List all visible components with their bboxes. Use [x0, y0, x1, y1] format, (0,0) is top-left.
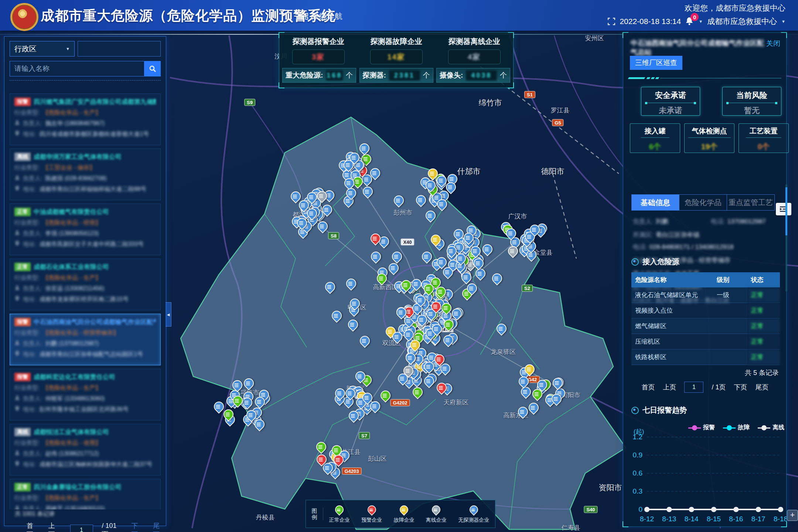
- hazard-record-count: 共 5 条记录: [745, 368, 779, 377]
- enterprise-map-pin-blue[interactable]: [480, 242, 494, 256]
- enterprise-map-pin-blue[interactable]: [519, 385, 533, 399]
- last-page-button[interactable]: 尾页: [153, 521, 166, 532]
- person-icon: [14, 120, 20, 125]
- totals-row: 重大危险源:168个探测器:2381个摄像头:4038个: [279, 64, 513, 83]
- 3d-plant-patrol-button[interactable]: 三维厂区巡查: [630, 56, 682, 70]
- svg-text:8-12: 8-12: [640, 515, 654, 523]
- enterprise-map-pin-blue[interactable]: [344, 277, 358, 291]
- enterprise-map-pin-blue[interactable]: [424, 208, 438, 222]
- enterprise-card[interactable]: 离线成都恒洁工业气体有限公司 行业类型:【危险化学品 - 使用】 负责人:赵伟 …: [10, 424, 161, 475]
- svg-text:0.3: 0.3: [633, 487, 642, 495]
- enterprise-map-pin-green[interactable]: [379, 388, 393, 402]
- trend-line-chart: 00.30.60.91.28-128-138-148-158-168-178-1…: [625, 421, 787, 528]
- enterprise-map-pin-blue[interactable]: [473, 266, 487, 280]
- page-number-input[interactable]: [684, 382, 703, 393]
- table-row[interactable]: 液化石油气储罐区单元一级正常: [631, 287, 780, 303]
- enterprise-map-pin-blue[interactable]: [357, 141, 371, 155]
- enterprise-map-pin-blue[interactable]: [387, 261, 401, 275]
- next-page-button[interactable]: 下页: [132, 521, 144, 532]
- col-status: 状态: [747, 272, 780, 287]
- chevron-down-icon[interactable]: ▼: [699, 19, 703, 24]
- org-name[interactable]: 成都市应急救援中心: [707, 16, 777, 27]
- notification-bell[interactable]: 0: [685, 17, 694, 26]
- page-number-input[interactable]: [70, 525, 93, 532]
- enterprise-map-pin-blue[interactable]: [346, 317, 360, 331]
- total-stat: 探测器:2381个: [359, 68, 433, 83]
- prev-page-button[interactable]: 上页: [663, 383, 676, 392]
- asset-stat-box: 气体检测点19个: [684, 123, 734, 153]
- enterprise-map-pin-blue[interactable]: [392, 194, 406, 208]
- tab-危险化学品[interactable]: 危险化学品: [679, 195, 727, 210]
- location-icon: [14, 461, 20, 466]
- enterprise-map-pin-blue[interactable]: [490, 271, 504, 285]
- next-page-button[interactable]: 下页: [734, 383, 747, 392]
- first-page-button[interactable]: 首页: [27, 521, 40, 532]
- enterprise-card[interactable]: 正常四川金象赛瑞化工股份有限公司 行业类型:【危险化学品 - 生产】 负责人:周…: [10, 479, 161, 509]
- trend-section-header: 七日报警趋势: [631, 405, 687, 415]
- current-risk-label: 当前风险: [723, 90, 781, 100]
- district-value-input[interactable]: [78, 41, 161, 57]
- enterprise-map-pin-blue[interactable]: [230, 378, 244, 392]
- app-logo: [10, 3, 38, 31]
- detector-stats-panel: 探测器报警企业3家探测器故障企业14家探测器离线企业4家 重大危险源:168个探…: [279, 33, 514, 88]
- search-icon: [149, 65, 156, 72]
- enterprise-map-pin-green[interactable]: [314, 440, 328, 454]
- enterprise-map-pin-blue[interactable]: [414, 193, 428, 207]
- system-nav-button[interactable]: 系统导航: [301, 11, 342, 21]
- enterprise-map-pin-blue[interactable]: [323, 280, 337, 294]
- legend-pin-icon: [366, 504, 378, 515]
- detector-stat: 探测器报警企业3家: [282, 37, 355, 64]
- enterprise-map-pin-blue[interactable]: [330, 309, 344, 323]
- tab-重点监管工艺[interactable]: 重点监管工艺: [727, 195, 774, 210]
- enterprise-map-pin-blue[interactable]: [494, 321, 508, 335]
- panel-collapse-handle[interactable]: ◀: [166, 302, 171, 327]
- table-row[interactable]: 铁路栈桥区正常: [631, 349, 780, 365]
- datetime-text: 2022-08-18 13:14: [620, 17, 681, 26]
- welcome-text: 欢迎您，成都市应急救援中心: [685, 3, 785, 13]
- district-select[interactable]: 行政区 ▼: [10, 41, 75, 57]
- notification-badge: 0: [690, 13, 699, 21]
- app-root: 汶川安州区绵竹市罗江县什邡市德阳市广汉市金堂县都江堰市彭州市高新西区郫都区成都市…: [0, 0, 798, 532]
- location-icon: [14, 406, 20, 411]
- enterprise-map-pin-blue[interactable]: [242, 376, 256, 390]
- prev-page-button[interactable]: 上页: [48, 521, 61, 532]
- svg-text:8-17: 8-17: [751, 515, 765, 523]
- enterprise-map-pin-blue[interactable]: [516, 374, 531, 388]
- enterprise-map-pin-blue[interactable]: [358, 334, 372, 348]
- map-zoom-in-button[interactable]: +: [787, 510, 798, 521]
- district-select-label: 行政区: [14, 44, 37, 54]
- person-icon: [14, 450, 20, 456]
- header-bar: 成都市重大危险源（危险化学品）监测预警系统 系统导航 欢迎您，成都市应急救援中心…: [0, 0, 798, 31]
- search-input[interactable]: [10, 61, 144, 76]
- expand-info-button[interactable]: [776, 203, 791, 215]
- scrollbar[interactable]: [785, 184, 787, 291]
- enterprise-map-pin-green[interactable]: [411, 385, 425, 399]
- enterprise-card[interactable]: 离线成都华润万家工业气体有限公司 行业类型:【工贸企业 - 储存】 负责人:陈建…: [10, 149, 161, 200]
- close-button[interactable]: 关闭: [766, 39, 780, 48]
- safety-commitment-value: 未承诺: [641, 105, 700, 116]
- enterprise-map-pin-blue[interactable]: [527, 400, 541, 415]
- table-row[interactable]: 视频接入点位正常: [631, 303, 780, 318]
- enterprise-card[interactable]: 报警四川燃气集团广安产品有限公司成都第九储配分公司 行业类型:【危险化学品 - …: [10, 93, 161, 145]
- legend-item: 预警企业: [361, 505, 382, 524]
- table-row[interactable]: 燃气储罐区正常: [631, 318, 780, 334]
- tab-基础信息[interactable]: 基础信息: [632, 195, 679, 210]
- enterprise-map-pin-blue[interactable]: [516, 405, 530, 419]
- search-button[interactable]: [144, 61, 161, 76]
- enterprise-card[interactable]: 报警中石油西南油气田分公司成都输气作业区配气总站 行业类型:【危险化学品 - 经…: [10, 314, 161, 365]
- enterprise-card[interactable]: 报警成都科宏达化工有限责任公司 行业类型:【危险化学品 - 生产】 负责人:何晓…: [10, 369, 161, 420]
- enterprise-card[interactable]: 正常中油成都燃气有限责任公司 行业类型:【危险化学品 - 经营】 负责人:李强 …: [10, 204, 161, 255]
- fullscreen-icon[interactable]: [608, 18, 615, 25]
- chevron-down-icon[interactable]: ▼: [781, 19, 785, 24]
- last-page-button[interactable]: 尾页: [756, 383, 769, 392]
- first-page-button[interactable]: 首页: [641, 383, 655, 392]
- enterprise-map-pin-blue[interactable]: [369, 249, 383, 263]
- enterprise-map-pin-blue[interactable]: [551, 376, 565, 390]
- enterprise-map-pin-blue[interactable]: [420, 250, 434, 264]
- enterprise-map-pin-blue[interactable]: [361, 184, 375, 198]
- location-icon: [14, 241, 20, 246]
- safety-commitment-box: 安全承诺 未承诺: [641, 87, 700, 116]
- enterprise-card[interactable]: 正常成都石化体系工业有限公司 行业类型:【危险化学品 - 生产】 负责人:张宏远…: [10, 259, 161, 310]
- enterprise-map-pin-blue[interactable]: [390, 249, 404, 263]
- table-row[interactable]: 压缩机区正常: [631, 334, 780, 349]
